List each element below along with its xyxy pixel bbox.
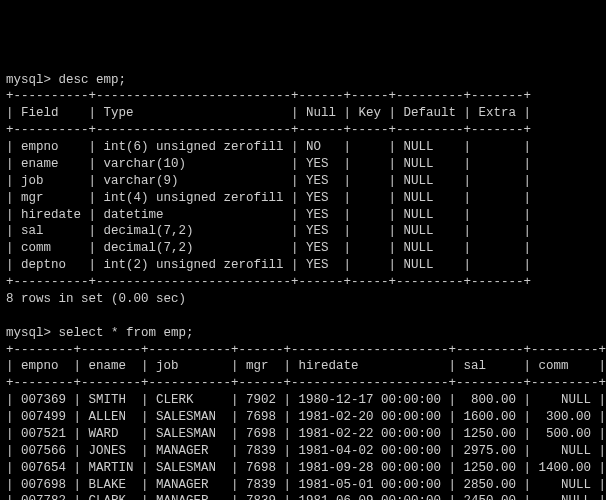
- mysql-terminal-output: mysql> desc emp; +----------+-----------…: [6, 72, 600, 501]
- result-footer: 8 rows in set (0.00 sec): [6, 292, 186, 306]
- sql-query: desc emp;: [59, 73, 127, 87]
- mysql-prompt: mysql>: [6, 326, 51, 340]
- sql-query: select * from emp;: [59, 326, 194, 340]
- mysql-prompt: mysql>: [6, 73, 51, 87]
